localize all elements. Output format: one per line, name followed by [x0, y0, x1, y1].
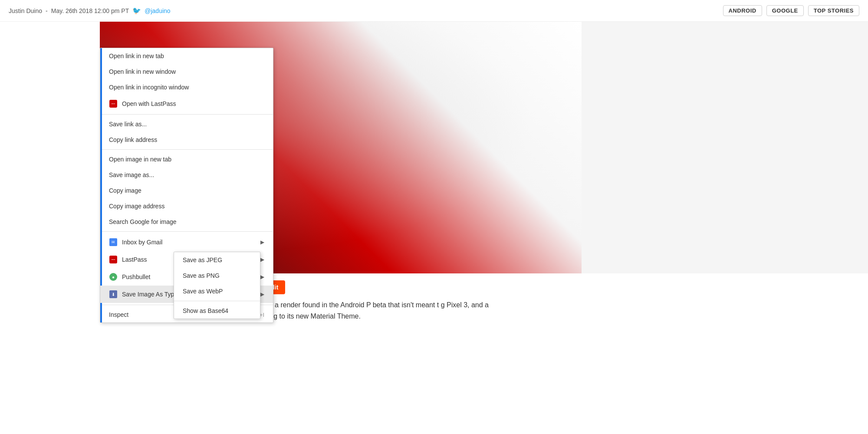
menu-item-save-link-as[interactable]: Save link as... — [100, 116, 273, 132]
menu-item-open-new-tab[interactable]: Open link in new tab — [100, 48, 273, 64]
save-type-icon: ⬇ — [109, 290, 118, 299]
save-webp-label: Save as WebP — [183, 288, 223, 295]
copy-image-address-label: Copy image address — [109, 203, 164, 210]
divider-3 — [100, 231, 273, 232]
pushbullet-icon: ● — [109, 273, 118, 281]
inspect-label: Inspect — [109, 311, 128, 318]
author-name: Justin Duino — [9, 7, 42, 14]
copy-image-label: Copy image — [109, 187, 141, 194]
save-type-submenu-arrow: ▶ — [260, 291, 264, 297]
menu-item-copy-image-address[interactable]: Copy image address — [100, 198, 273, 214]
inbox-icon: ✉ — [109, 238, 118, 247]
submenu-item-save-jpeg[interactable]: Save as JPEG — [174, 252, 260, 268]
submenu-item-show-base64[interactable]: Show as Base64 — [174, 303, 260, 319]
twitter-icon: 🐦 — [132, 7, 141, 15]
author-info: Justin Duino - May. 26th 2018 12:00 pm P… — [9, 7, 171, 15]
lastpass-icon-badge: ··· — [109, 100, 117, 108]
open-incognito-label: Open link in incognito window — [109, 84, 189, 91]
menu-item-inbox-gmail[interactable]: ✉ Inbox by Gmail ▶ — [100, 233, 273, 251]
show-base64-label: Show as Base64 — [183, 307, 228, 314]
publish-date: May. 26th 2018 12:00 pm PT — [51, 7, 129, 14]
save-jpeg-label: Save as JPEG — [183, 256, 222, 263]
submenu-save-image-type: Save as JPEG Save as PNG Save as WebP Sh… — [174, 252, 260, 319]
search-google-image-label: Search Google for image — [109, 218, 177, 225]
lastpass-submenu-arrow: ▶ — [260, 256, 264, 263]
nav-tag-top-stories[interactable]: TOP STORIES — [808, 5, 859, 16]
inbox-gmail-label: Inbox by Gmail — [122, 239, 162, 246]
menu-item-copy-link-address[interactable]: Copy link address — [100, 132, 273, 148]
open-lastpass-label: Open with LastPass — [122, 100, 176, 107]
nav-tag-android[interactable]: ANDROID — [723, 5, 762, 16]
nav-tags: ANDROID GOOGLE TOP STORIES — [723, 5, 859, 16]
lastpass-label: LastPass — [122, 256, 147, 263]
save-image-as-label: Save image as... — [109, 171, 154, 178]
divider-1 — [100, 114, 273, 115]
submenu-divider — [174, 301, 260, 301]
open-image-new-tab-label: Open image in new tab — [109, 156, 171, 163]
submenu-item-save-webp[interactable]: Save as WebP — [174, 283, 260, 299]
twitter-handle[interactable]: @jaduino — [145, 7, 170, 14]
save-type-icon-badge: ⬇ — [109, 290, 117, 298]
save-png-label: Save as PNG — [183, 272, 220, 279]
main-content: G Google P Pinterest in LinkedIn r/ Redd… — [0, 22, 868, 432]
copy-link-address-label: Copy link address — [109, 136, 157, 143]
inbox-submenu-arrow: ▶ — [260, 239, 264, 245]
divider-2 — [100, 149, 273, 150]
menu-item-copy-image[interactable]: Copy image — [100, 183, 273, 198]
open-new-window-label: Open link in new window — [109, 68, 176, 75]
save-link-as-label: Save link as... — [109, 121, 147, 128]
lastpass-ext-icon: ··· — [109, 255, 118, 264]
lastpass-ext-badge: ··· — [109, 256, 117, 263]
menu-item-open-new-window[interactable]: Open link in new window — [100, 64, 273, 79]
nav-tag-google[interactable]: GOOGLE — [766, 5, 804, 16]
menu-item-open-image-new-tab[interactable]: Open image in new tab — [100, 151, 273, 167]
right-panel — [582, 22, 868, 273]
menu-item-search-google-image[interactable]: Search Google for image — [100, 214, 273, 230]
lastpass-icon-small: ··· — [109, 99, 118, 108]
inbox-icon-badge: ✉ — [109, 238, 117, 246]
save-image-as-type-label: Save Image As Type — [122, 291, 178, 298]
page-header: Justin Duino - May. 26th 2018 12:00 pm P… — [0, 0, 868, 22]
pushbullet-submenu-arrow: ▶ — [260, 274, 264, 280]
pushbullet-label: Pushbullet — [122, 273, 150, 280]
menu-item-open-incognito[interactable]: Open link in incognito window — [100, 79, 273, 95]
open-new-tab-label: Open link in new tab — [109, 53, 164, 59]
submenu-item-save-png[interactable]: Save as PNG — [174, 268, 260, 283]
pushbullet-icon-badge: ● — [109, 273, 117, 281]
menu-item-open-lastpass[interactable]: ··· Open with LastPass — [100, 95, 273, 112]
author-date: - — [46, 7, 48, 14]
menu-item-save-image-as[interactable]: Save image as... — [100, 167, 273, 183]
